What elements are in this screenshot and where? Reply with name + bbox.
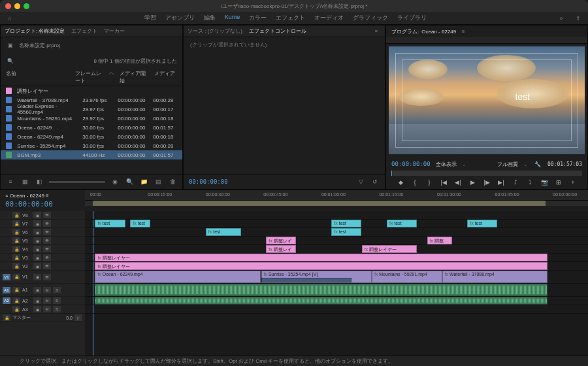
quality-dropdown[interactable]: フル画質 xyxy=(497,161,518,168)
lock-icon[interactable]: 🔒 xyxy=(12,220,20,227)
clip[interactable]: fx test xyxy=(467,220,497,227)
toggle-track[interactable]: ◉ xyxy=(33,246,41,252)
lock-icon[interactable]: 🔒 xyxy=(12,287,20,293)
mute-button[interactable]: 👁 xyxy=(43,237,51,244)
bin-item[interactable]: Ocean - 6224930.00 fps00:00:00:0000:01:5… xyxy=(1,123,182,132)
workspace-学習[interactable]: 学習 xyxy=(144,14,156,22)
toggle-track[interactable]: ◉ xyxy=(33,306,41,312)
clip[interactable]: fx test xyxy=(130,220,150,227)
zoom-slider[interactable] xyxy=(49,181,105,183)
source-timecode[interactable]: 00:00:00:00 xyxy=(189,178,228,185)
clip[interactable]: fx test xyxy=(331,220,361,227)
track-header-V1[interactable]: V1🔒V1◉👁 xyxy=(0,271,85,284)
clip[interactable]: fx Waterfall - 37088.mp4 xyxy=(442,271,548,283)
workspace-ライブラリ[interactable]: ライブラリ xyxy=(397,14,427,22)
program-ruler[interactable] xyxy=(386,37,587,44)
panel-menu-icon[interactable]: » xyxy=(372,27,381,36)
bin-item[interactable]: Ocean - 62249.mp430.00 fps00:00:00:0000:… xyxy=(1,132,182,141)
bin-item[interactable]: Mountains - 59291.mp429.97 fps00:00:00:0… xyxy=(1,114,182,123)
clip[interactable]: fx 調整レイ xyxy=(266,245,296,253)
toggle-track[interactable]: ◉ xyxy=(33,274,41,280)
col-name[interactable]: 名前 xyxy=(6,70,70,84)
track-content[interactable]: fx testfx testfx testfx testfx testfx te… xyxy=(85,211,588,356)
track-header-V8[interactable]: 🔒V8◉👁 xyxy=(0,211,85,220)
lock-icon[interactable]: 🔒 xyxy=(12,263,20,269)
track-header-A3[interactable]: 🔒A3◉MS xyxy=(0,305,85,314)
mute-button[interactable]: 👁 xyxy=(43,220,51,227)
export-frame-button[interactable]: 📷 xyxy=(540,178,549,186)
mute-button[interactable]: M xyxy=(43,306,51,312)
tab-effects[interactable]: エフェクト xyxy=(71,27,97,35)
mute-button[interactable]: 👁 xyxy=(43,274,51,280)
mute-button[interactable]: 👁 xyxy=(43,263,51,269)
clip[interactable] xyxy=(95,284,547,296)
trash-icon[interactable]: 🗑 xyxy=(168,177,177,186)
toggle-track[interactable]: ◉ xyxy=(33,212,41,218)
find-icon[interactable]: 🔍 xyxy=(125,177,134,186)
clip[interactable]: fx test xyxy=(95,220,125,227)
track-row-a2[interactable] xyxy=(85,297,588,305)
workspace-アセンブリ[interactable]: アセンブリ xyxy=(165,14,195,22)
track-row-v7[interactable]: fx testfx testfx testfx testfx test xyxy=(85,220,588,228)
clip[interactable]: fx test xyxy=(206,228,241,236)
solo-button[interactable]: S xyxy=(53,306,61,312)
clip[interactable]: fx 調整レイヤー xyxy=(95,262,547,270)
tab-source[interactable]: ソース : (クリップなし) xyxy=(188,27,242,35)
workspace-グラフィック[interactable]: グラフィック xyxy=(353,14,388,22)
lock-icon[interactable]: 🔒 xyxy=(12,229,20,235)
lock-icon[interactable]: 🔒 xyxy=(12,254,20,261)
new-item-icon[interactable]: ▤ xyxy=(154,177,163,186)
step-back-button[interactable]: ◀| xyxy=(453,178,463,186)
track-row-v5[interactable]: fx 調整レイfx 調整 xyxy=(85,237,588,245)
minimize-window-button[interactable] xyxy=(14,3,20,9)
lift-button[interactable]: ⤴ xyxy=(511,178,521,186)
bin-item[interactable]: Glacier Express - 45568.mp429.97 fps00:0… xyxy=(1,105,182,114)
clip[interactable]: fx 調整レイヤー xyxy=(362,245,417,253)
lock-icon[interactable]: 🔒 xyxy=(12,212,20,218)
toggle-track[interactable]: ◉ xyxy=(33,220,41,227)
clip[interactable]: fx test xyxy=(331,228,361,236)
timeline-timecode[interactable]: 00:00:00:00 xyxy=(5,200,80,208)
lock-icon[interactable]: 🔒 xyxy=(12,306,20,312)
track-row-a3[interactable] xyxy=(85,305,588,314)
workspace-編集[interactable]: 編集 xyxy=(204,14,216,22)
track-row-v3[interactable]: fx 調整レイヤー xyxy=(85,254,588,262)
bin-list[interactable]: 調整レイヤーWaterfall - 37088.mp423.976 fps00:… xyxy=(1,86,182,174)
track-header-A2[interactable]: A2🔒A2◉MS xyxy=(0,297,85,305)
lock-icon[interactable]: 🔒 xyxy=(3,314,10,321)
play-button[interactable]: ▶ xyxy=(468,178,478,186)
compare-button[interactable]: ⊞ xyxy=(554,178,564,186)
filter-icon[interactable]: ▽ xyxy=(356,177,365,186)
clip[interactable] xyxy=(95,297,547,305)
solo-button[interactable]: S xyxy=(53,297,61,304)
clip[interactable]: fx Ocean - 62249.mp4 xyxy=(95,271,261,283)
mute-button[interactable]: M xyxy=(43,287,51,293)
more-workspaces-icon[interactable]: » xyxy=(557,14,566,23)
track-header-A1[interactable]: A1🔒A1◉MS xyxy=(0,284,85,297)
new-bin-icon[interactable]: 📁 xyxy=(139,177,148,186)
timeline-ruler[interactable]: 00:0000:00:15:0000:00:30:0000:00:45:0000… xyxy=(85,190,588,201)
home-icon[interactable]: ⌂ xyxy=(5,14,14,23)
toggle-track[interactable]: ◉ xyxy=(33,297,41,304)
step-forward-button[interactable]: |▶ xyxy=(482,178,492,186)
clip[interactable]: fx Mountains - 59291.mp4 xyxy=(372,271,442,283)
reset-icon[interactable]: ↺ xyxy=(370,177,380,186)
tab-markers[interactable]: マーカー xyxy=(104,27,125,35)
close-window-button[interactable] xyxy=(5,3,11,9)
track-row-v2[interactable]: fx 調整レイヤー xyxy=(85,262,588,271)
bin-item[interactable]: 調整レイヤー xyxy=(1,86,182,95)
source-patch[interactable]: A1 xyxy=(3,287,10,293)
maximize-window-button[interactable] xyxy=(24,3,29,9)
meter-icon[interactable]: ⊩ xyxy=(74,314,82,321)
program-timecode-left[interactable]: 00:00:00:00 xyxy=(391,161,431,167)
extract-button[interactable]: ⤵ xyxy=(525,178,535,186)
lock-icon[interactable]: 🔒 xyxy=(12,297,20,304)
master-track-header[interactable]: 🔒マスター0.0⊩ xyxy=(0,314,85,322)
workspace-Kume[interactable]: Kume xyxy=(225,14,240,22)
track-row-v8[interactable] xyxy=(85,211,588,220)
track-row-v4[interactable]: fx 調整レイfx 調整レイヤー xyxy=(85,245,588,254)
clip[interactable]: fx 調整レイヤー xyxy=(95,254,547,261)
track-header-V7[interactable]: 🔒V7◉👁 xyxy=(0,220,85,228)
tab-project[interactable]: プロジェクト: 名称未設定 xyxy=(5,27,65,35)
list-view-icon[interactable]: ≡ xyxy=(6,177,15,186)
